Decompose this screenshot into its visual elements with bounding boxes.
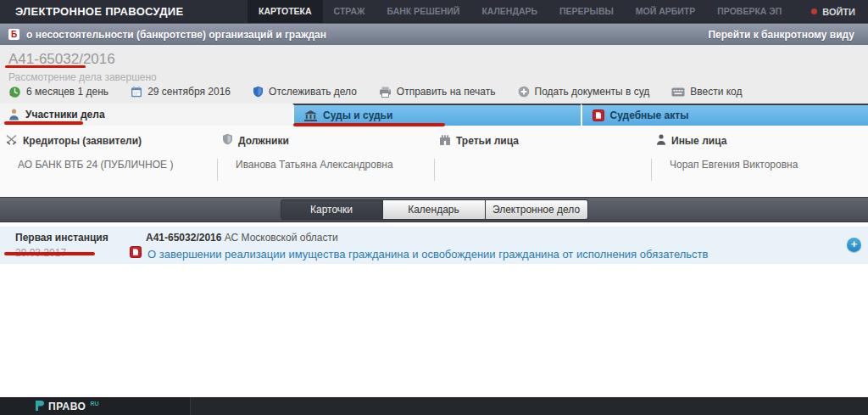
participants-header-row: Кредиторы (заявители) Должники Третьи ли…: [0, 126, 868, 148]
nav-item-moy-arbitr[interactable]: МОЙ АРБИТР: [625, 0, 706, 23]
track-case-button[interactable]: Отслеживать дело: [242, 86, 368, 98]
tab-judicial-acts[interactable]: Судебные акты: [581, 104, 868, 126]
print-label: Отправить на печать: [397, 86, 496, 98]
tab-judicial-acts-label: Судебные акты: [610, 109, 689, 121]
login-label: ВОЙТИ: [822, 7, 855, 17]
app-title: ЭЛЕКТРОННОЕ ПРАВОСУДИЕ: [0, 0, 248, 23]
annotation-underline-case-number: [5, 65, 86, 68]
column-header-other-persons: Иные лица: [651, 133, 868, 148]
pravo-ru-logo[interactable]: ПРАВО RU: [0, 397, 191, 415]
instance-row: Первая инстанция 29.03.2017 А41-65032/20…: [0, 227, 868, 264]
annotation-underline-participants-tab: [4, 121, 83, 125]
instance-info: Первая инстанция 29.03.2017: [0, 227, 146, 264]
tab-participants-label: Участники дела: [25, 109, 105, 121]
column-header-debtors-label: Должники: [238, 135, 289, 147]
bankruptcy-icon: Б: [8, 29, 19, 40]
column-header-creditors-label: Кредиторы (заявители): [23, 135, 142, 147]
instance-case-line: А41-65032/2016 АС Московской области: [146, 232, 708, 244]
case-type-bar: Б о несостоятельности (банкротстве) орга…: [0, 23, 868, 45]
person-icon: [8, 109, 19, 121]
keyboard-icon: [671, 87, 685, 97]
column-header-creditors: Кредиторы (заявители): [0, 133, 217, 148]
participants-panel: Кредиторы (заявители) Должники Третьи ли…: [0, 126, 868, 197]
pravo-logo-icon: [36, 399, 44, 414]
pravo-logo-text: ПРАВО: [48, 401, 86, 412]
view-tab-cards[interactable]: Карточки: [281, 199, 383, 220]
column-header-debtors: Должники: [217, 133, 434, 148]
case-toolbar: 6 месяцев 1 день 29 сентября 2016 Отслеж…: [0, 80, 868, 104]
login-status-icon: [811, 8, 817, 14]
shield-gray-icon: [222, 133, 233, 148]
pdf-document-icon: [130, 246, 142, 261]
participants-value-row: АО БАНК ВТБ 24 (ПУБЛИЧНОЕ ) Иванова Тать…: [0, 159, 868, 181]
column-header-third-parties: Третьи лица: [434, 133, 651, 148]
print-button[interactable]: Отправить на печать: [368, 86, 507, 98]
tab-courts-judges-label: Суды и судьи: [323, 109, 392, 121]
crossed-swords-icon: [5, 134, 18, 148]
plus-circle-icon: [518, 86, 530, 98]
case-start-date: 29 сентября 2016: [120, 86, 242, 98]
case-start-date-label: 29 сентября 2016: [147, 86, 231, 98]
case-number: А41-65032/2016: [8, 51, 868, 68]
court-building-icon: [304, 110, 317, 121]
column-header-third-parties-label: Третьи лица: [456, 135, 519, 147]
enter-code-label: Ввести код: [690, 86, 742, 98]
nav-item-pereryvy[interactable]: ПЕРЕРЫВЫ: [548, 0, 625, 23]
nav-item-strazh[interactable]: СТРАЖ: [323, 0, 376, 23]
castle-icon: [439, 134, 451, 148]
view-tab-electronic-case[interactable]: Электронное дело: [486, 199, 588, 220]
nav-item-kartoteka[interactable]: КАРТОТЕКА: [248, 0, 323, 23]
enter-code-button[interactable]: Ввести код: [660, 86, 753, 98]
track-case-label: Отслеживать дело: [269, 86, 357, 98]
instance-case-info: А41-65032/2016 АС Московской области О з…: [146, 227, 708, 264]
expand-instance-button[interactable]: +: [847, 238, 861, 252]
case-duration: 6 месяцев 1 день: [8, 86, 120, 98]
bankruptcy-view-link[interactable]: Перейти к банкротному виду: [708, 29, 860, 41]
annotation-underline-date: [4, 252, 95, 255]
person-dark-icon: [656, 134, 666, 148]
view-tab-calendar[interactable]: Календарь: [383, 199, 486, 220]
case-header: А41-65032/2016 Рассмотрение дела заверше…: [0, 45, 868, 80]
document-line: О завершении реализации имущества гражда…: [130, 246, 708, 261]
instance-name: Первая инстанция: [15, 232, 146, 244]
nav-item-kalendar[interactable]: КАЛЕНДАРЬ: [470, 0, 548, 23]
top-nav: ЭЛЕКТРОННОЕ ПРАВОСУДИЕ КАРТОТЕКА СТРАЖ Б…: [0, 0, 868, 23]
calendar-icon: [131, 86, 142, 98]
column-header-other-persons-label: Иные лица: [671, 135, 726, 147]
submit-documents-label: Подать документы в суд: [535, 86, 650, 98]
clock-icon: [8, 86, 21, 98]
login-button[interactable]: ВОЙТИ: [798, 0, 868, 23]
third-party-value: [434, 159, 651, 181]
case-type-title: о несостоятельности (банкротстве) органи…: [26, 29, 326, 41]
pravo-logo-suffix: RU: [90, 401, 98, 407]
creditor-value: АО БАНК ВТБ 24 (ПУБЛИЧНОЕ ): [0, 159, 217, 181]
instance-case-number: А41-65032/2016: [146, 232, 221, 244]
document-link[interactable]: О завершении реализации имущества гражда…: [147, 248, 708, 261]
nav-item-proverka-ep[interactable]: ПРОВЕРКА ЭП: [706, 0, 793, 23]
printer-icon: [379, 87, 392, 98]
submit-documents-button[interactable]: Подать документы в суд: [507, 86, 661, 98]
main-menu: КАРТОТЕКА СТРАЖ БАНК РЕШЕНИЙ КАЛЕНДАРЬ П…: [248, 0, 793, 23]
instance-court: АС Московской области: [225, 232, 338, 244]
debtor-value: Иванова Татьяна Александровна: [217, 159, 434, 181]
shield-icon: [253, 86, 264, 98]
pdf-icon: [593, 109, 604, 121]
view-switcher-bar: Карточки Календарь Электронное дело: [0, 197, 868, 222]
annotation-underline-courts-tab: [293, 123, 445, 126]
case-duration-label: 6 месяцев 1 день: [26, 86, 108, 98]
electronic-justice-app: ЭЛЕКТРОННОЕ ПРАВОСУДИЕ КАРТОТЕКА СТРАЖ Б…: [0, 0, 868, 415]
other-person-value: Чорап Евгения Викторовна: [651, 159, 868, 181]
footer: ПРАВО RU: [0, 397, 868, 415]
nav-item-bank-resheniy[interactable]: БАНК РЕШЕНИЙ: [376, 0, 470, 23]
